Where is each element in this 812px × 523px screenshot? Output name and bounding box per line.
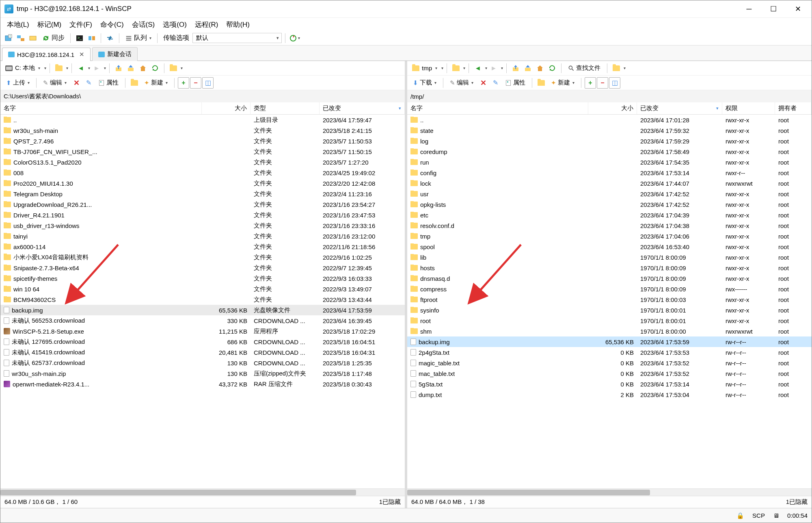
file-row[interactable]: wr30u_ssh-main文件夹2023/5/18 2:41:15: [0, 125, 405, 136]
remote-path[interactable]: /tmp/: [407, 90, 812, 102]
minus-icon[interactable]: −: [190, 77, 201, 89]
refresh-icon[interactable]: [546, 63, 558, 74]
edit-button[interactable]: ✎编辑▾: [40, 78, 70, 88]
file-row[interactable]: tmp2023/6/4 17:04:06rwxr-xr-xroot: [407, 231, 812, 241]
file-row[interactable]: lib1970/1/1 8:00:09rwxr-xr-xroot: [407, 252, 812, 263]
file-row[interactable]: usr2023/6/4 17:42:52rwxr-xr-xroot: [407, 189, 812, 199]
new-button[interactable]: ✦新建▾: [548, 78, 578, 88]
rename-icon[interactable]: ✎: [83, 77, 94, 89]
file-row[interactable]: hosts1970/1/1 8:00:09rwxr-xr-xroot: [407, 263, 812, 273]
file-row[interactable]: WinSCP-5.21.8-Setup.exe11,215 KB应用程序2023…: [0, 326, 405, 336]
col-size[interactable]: 大小: [202, 102, 251, 114]
file-row[interactable]: 未确认 625737.crdownload130 KBCRDOWNLOAD ..…: [0, 358, 405, 368]
file-row[interactable]: 小米小爱LX04音箱刷机资料文件夹2022/9/16 1:02:25: [0, 252, 405, 263]
menu-item[interactable]: 帮助(H): [223, 18, 253, 31]
file-row[interactable]: 2p4gSta.txt0 KB2023/6/4 17:53:53rw-r--r-…: [407, 347, 812, 358]
file-row[interactable]: Telegram Desktop文件夹2023/2/4 11:23:16: [0, 189, 405, 199]
file-row[interactable]: Snipaste-2.7.3-Beta-x64文件夹2022/9/7 12:39…: [0, 263, 405, 273]
new-folder-icon[interactable]: [536, 77, 547, 89]
open-folder-icon[interactable]: [450, 63, 462, 74]
file-row[interactable]: spool2023/6/4 16:53:40rwxr-xr-xroot: [407, 241, 812, 252]
bookmark-icon[interactable]: [611, 63, 622, 74]
file-row[interactable]: ..2023/6/4 17:01:28rwxr-xr-xroot: [407, 115, 812, 125]
back-icon[interactable]: ◄: [75, 63, 86, 74]
menu-item[interactable]: 标记(M): [34, 18, 65, 31]
new-button[interactable]: ✦新建▾: [141, 78, 171, 88]
queue-button[interactable]: 队列▾: [123, 34, 154, 42]
refresh-icon[interactable]: [149, 63, 161, 74]
col-type[interactable]: 类型: [251, 102, 320, 114]
file-row[interactable]: run2023/6/4 17:54:35rwxr-xr-xroot: [407, 157, 812, 167]
forward-icon[interactable]: ►: [91, 63, 102, 74]
delete-icon[interactable]: ✕: [71, 77, 82, 89]
menu-item[interactable]: 远程(R): [192, 18, 222, 31]
remote-dir-selector[interactable]: tmp▾: [410, 64, 440, 72]
reconnect-icon[interactable]: ▾: [289, 33, 300, 44]
file-row[interactable]: spicetify-themes文件夹2022/9/3 16:03:33: [0, 273, 405, 284]
col-name[interactable]: 名字: [0, 102, 202, 114]
session-tab[interactable]: H3C@192.168.124.1✕: [2, 48, 91, 61]
sessions-icon[interactable]: [15, 33, 26, 44]
minimize-button[interactable]: ─: [737, 0, 761, 17]
col-date[interactable]: 已改变▾: [320, 102, 405, 114]
file-row[interactable]: Driver_R4.21.1901文件夹2023/1/16 23:47:53: [0, 210, 405, 220]
file-row[interactable]: opkg-lists2023/6/4 17:42:52rwxr-xr-xroot: [407, 199, 812, 210]
file-row[interactable]: dump.txt2 KB2023/6/4 17:53:04rw-r--r--ro…: [407, 389, 812, 400]
plus-icon[interactable]: +: [585, 77, 596, 89]
remote-hscroll[interactable]: [407, 488, 812, 496]
plus-icon[interactable]: +: [178, 77, 189, 89]
local-file-list[interactable]: ..上级目录2023/6/4 17:59:47wr30u_ssh-main文件夹…: [0, 115, 405, 488]
file-row[interactable]: compress1970/1/1 8:00:09rwx------root: [407, 284, 812, 294]
find-files-button[interactable]: 查找文件: [565, 63, 604, 73]
transfer-preset-dropdown[interactable]: 默认: [192, 33, 282, 43]
file-row[interactable]: sysinfo1970/1/1 8:00:01rwxr-xr-xroot: [407, 305, 812, 315]
col-perm[interactable]: 权限: [722, 102, 775, 114]
file-row[interactable]: shm1970/1/1 8:00:00rwxrwxrwtroot: [407, 326, 812, 336]
properties-button[interactable]: 属性: [95, 78, 122, 88]
console-icon[interactable]: >_: [74, 33, 85, 44]
file-row[interactable]: lock2023/6/4 17:44:07rwxrwxrwtroot: [407, 178, 812, 189]
file-row[interactable]: 未确认 127695.crdownload686 KBCRDOWNLOAD ..…: [0, 336, 405, 347]
new-folder-icon[interactable]: [129, 77, 140, 89]
root-dir-icon[interactable]: [125, 63, 136, 74]
file-row[interactable]: tainyi文件夹2023/1/16 23:12:00: [0, 231, 405, 241]
col-date[interactable]: 已改变▾: [637, 102, 722, 114]
select-all-icon[interactable]: ◫: [609, 77, 620, 89]
menu-item[interactable]: 命令(C): [97, 18, 127, 31]
file-row[interactable]: state2023/6/4 17:59:32rwxr-xr-xroot: [407, 125, 812, 136]
file-row[interactable]: magic_table.txt0 KB2023/6/4 17:53:52rw-r…: [407, 358, 812, 368]
upload-button[interactable]: ⬆上传▾: [3, 78, 33, 88]
file-row[interactable]: coredump2023/6/4 17:58:49rwxr-xr-xroot: [407, 146, 812, 157]
home-icon[interactable]: [534, 63, 546, 74]
drive-history-dropdown[interactable]: ▾: [44, 66, 46, 70]
open-folder-icon[interactable]: [53, 63, 65, 74]
close-button[interactable]: ✕: [786, 0, 810, 17]
file-row[interactable]: usb_driver_r13-windows文件夹2023/1/16 23:33…: [0, 220, 405, 231]
file-row[interactable]: 008文件夹2023/4/25 19:49:02: [0, 167, 405, 178]
file-row[interactable]: BCM943602CS文件夹2022/9/3 13:43:44: [0, 294, 405, 305]
minus-icon[interactable]: −: [597, 77, 608, 89]
back-icon[interactable]: ◄: [472, 63, 484, 74]
compare-icon[interactable]: [86, 33, 97, 44]
file-row[interactable]: 5gSta.txt0 KB2023/6/4 17:53:14rw-r--r--r…: [407, 379, 812, 389]
file-row[interactable]: ftproot1970/1/1 8:00:03rwxr-xr-xroot: [407, 294, 812, 305]
file-row[interactable]: openwrt-mediatek-R23.4.1...43,372 KBRAR …: [0, 379, 405, 389]
session-tab[interactable]: 新建会话: [92, 47, 138, 61]
file-row[interactable]: 未确认 565253.crdownload330 KBCRDOWNLOAD ..…: [0, 315, 405, 326]
file-row[interactable]: win 10 64文件夹2022/9/3 13:49:07: [0, 284, 405, 294]
file-row[interactable]: ..上级目录2023/6/4 17:59:47: [0, 115, 405, 125]
bookmark-icon[interactable]: [168, 63, 179, 74]
file-row[interactable]: Pro2020_MIUI14.1.30文件夹2023/2/20 12:42:08: [0, 178, 405, 189]
file-row[interactable]: 未确认 415419.crdownload20,481 KBCRDOWNLOAD…: [0, 347, 405, 358]
file-row[interactable]: backup.img65,536 KB2023/6/4 17:53:59rw-r…: [407, 336, 812, 347]
file-row[interactable]: mac_table.txt0 KB2023/6/4 17:53:52rw-r--…: [407, 368, 812, 379]
file-row[interactable]: backup.img65,536 KB光盘映像文件2023/6/4 17:53:…: [0, 305, 405, 315]
file-row[interactable]: ColorOS13.5.1_Pad2020文件夹2023/5/7 1:27:20: [0, 157, 405, 167]
forward-icon[interactable]: ►: [488, 63, 499, 74]
parent-dir-icon[interactable]: [510, 63, 521, 74]
file-row[interactable]: QPST_2.7.496文件夹2023/5/7 11:50:53: [0, 136, 405, 146]
col-name[interactable]: 名字: [407, 102, 588, 114]
file-row[interactable]: UpgradeDownload_R26.21...文件夹2023/1/16 23…: [0, 199, 405, 210]
transfer-settings-icon[interactable]: [104, 33, 116, 44]
menu-item[interactable]: 会话(S): [129, 18, 158, 31]
